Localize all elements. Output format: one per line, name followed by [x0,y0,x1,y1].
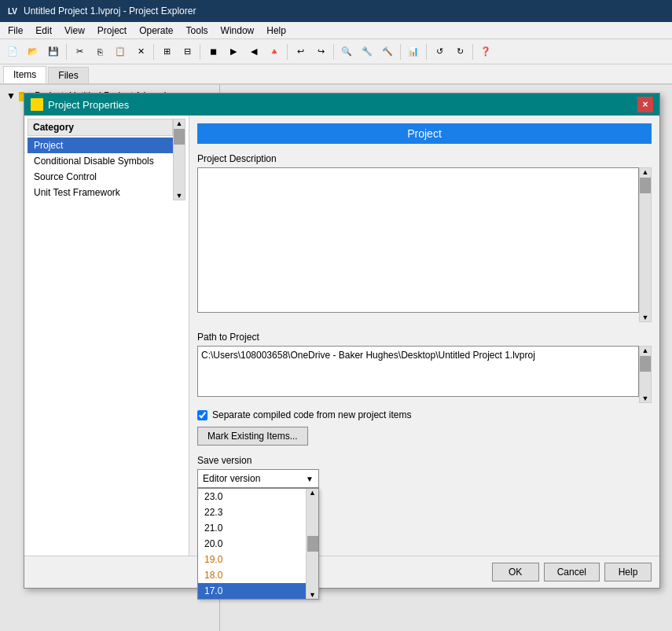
description-wrapper: ▲ ▼ [197,167,652,322]
toolbar: 📄 📂 💾 ✂ ⎘ 📋 ✕ ⊞ ⊟ ◼ ▶ ◀ 🔺 ↩ ↪ 🔍 🔧 🔨 📊 ↺ … [0,39,672,64]
toolbar-btn-5[interactable]: ⊞ [157,42,176,61]
checkbox-label: Separate compiled code from new project … [212,409,411,420]
menu-project[interactable]: Project [93,24,131,38]
path-display: C:\Users\108003658\OneDrive - Baker Hugh… [197,346,639,397]
toolbar-copy[interactable]: ⎘ [90,42,109,61]
svg-text:LV: LV [8,7,17,16]
menu-operate[interactable]: Operate [134,24,178,38]
toolbar-new[interactable]: 📄 [3,42,22,61]
category-header: Category [28,119,173,136]
content-section-header: Project [197,123,652,144]
menu-help[interactable]: Help [262,24,291,38]
dropdown-scrollbar[interactable]: ▲ ▼ [306,489,318,599]
menu-file[interactable]: File [3,24,28,38]
category-item-conditional[interactable]: Conditional Disable Symbols [28,153,173,169]
toolbar-sep-7 [426,44,427,60]
menu-edit[interactable]: Edit [31,24,57,38]
toolbar-btn-19[interactable]: ❓ [476,42,495,61]
toolbar-btn-16[interactable]: 📊 [404,42,423,61]
description-label: Project Description [197,153,652,164]
category-item-source[interactable]: Source Control [28,169,173,185]
toolbar-btn-12[interactable]: ↪ [311,42,330,61]
toolbar-btn-6[interactable]: ⊟ [178,42,196,61]
toolbar-delete[interactable]: ✕ [131,42,150,61]
path-scrollbar[interactable]: ▲ ▼ [639,346,652,403]
description-textarea[interactable] [197,167,639,313]
mark-existing-button[interactable]: Mark Existing Items... [197,427,308,446]
toolbar-sep-3 [200,44,200,60]
dialog-title-icon [31,98,43,111]
project-properties-dialog: Project Properties × Category Project Co… [24,93,660,589]
toolbar-cut[interactable]: ✂ [70,42,89,61]
app-icon: LV [6,5,19,17]
tab-bar: Items Files [0,64,672,85]
toolbar-sep-4 [287,44,288,60]
toolbar-btn-13[interactable]: 🔍 [337,42,356,61]
toolbar-open[interactable]: 📂 [24,42,42,61]
menu-bar: File Edit View Project Operate Tools Win… [0,22,672,39]
dropdown-item-22[interactable]: 22.3 [198,504,306,520]
content-panel: Project Project Description ▲ ▼ Path to … [189,116,659,556]
category-item-project[interactable]: Project [28,138,173,153]
category-scrollbar[interactable]: ▲ ▼ [173,119,185,200]
dialog-close-button[interactable]: × [637,97,653,112]
tab-files[interactable]: Files [48,67,88,83]
toolbar-sep-2 [153,44,154,60]
cancel-button[interactable]: Cancel [544,563,600,581]
toolbar-btn-9[interactable]: ◀ [244,42,263,61]
ok-button[interactable]: OK [492,563,539,581]
toolbar-sep-6 [400,44,401,60]
dropdown-list: 23.0 22.3 21.0 20.0 19.0 18.0 17.0 ▲ [197,488,319,600]
toolbar-btn-15[interactable]: 🔨 [378,42,397,61]
toolbar-btn-7[interactable]: ◼ [204,42,222,61]
toolbar-btn-17[interactable]: ↺ [430,42,449,61]
separate-code-checkbox[interactable] [197,410,207,420]
dialog-title-text: Project Properties [48,99,129,111]
menu-window[interactable]: Window [216,24,259,38]
main-area: ▼ Project: Untitled Project 1.lvproj Pro… [0,85,672,631]
toolbar-btn-8[interactable]: ▶ [224,42,243,61]
toolbar-btn-11[interactable]: ↩ [291,42,310,61]
save-version-label: Save version [197,455,652,466]
dropdown-item-17[interactable]: 17.0 [198,583,306,599]
description-scrollbar[interactable]: ▲ ▼ [639,167,652,322]
select-value: Editor version [203,473,260,484]
dropdown-item-18[interactable]: 18.0 [198,567,306,583]
menu-tools[interactable]: Tools [182,24,213,38]
dropdown-item-20[interactable]: 20.0 [198,536,306,552]
category-panel: Category Project Conditional Disable Sym… [24,116,189,556]
path-label: Path to Project [197,332,652,343]
checkbox-row: Separate compiled code from new project … [197,409,652,420]
toolbar-sep-8 [472,44,473,60]
dropdown-arrow-icon: ▼ [306,475,314,483]
toolbar-paste[interactable]: 📋 [111,42,130,61]
dropdown-item-21[interactable]: 21.0 [198,520,306,536]
dialog-body: Category Project Conditional Disable Sym… [24,116,659,556]
dialog-footer: OK Cancel Help [24,556,659,588]
title-bar: LV Untitled Project 1.lvproj - Project E… [0,0,672,22]
toolbar-save[interactable]: 💾 [44,42,63,61]
category-item-unittest[interactable]: Unit Test Framework [28,185,173,200]
window-title: Untitled Project 1.lvproj - Project Expl… [24,6,196,17]
help-button[interactable]: Help [604,563,652,581]
toolbar-btn-18[interactable]: ↻ [450,42,469,61]
tab-items[interactable]: Items [3,66,46,83]
select-display[interactable]: Editor version ▼ [197,469,319,488]
dropdown-item-23[interactable]: 23.0 [198,489,306,504]
menu-view[interactable]: View [60,24,90,38]
toolbar-sep-5 [333,44,334,60]
save-version-select: Editor version ▼ 23.0 22.3 21.0 20.0 19.… [197,469,319,488]
toolbar-sep-1 [66,44,67,60]
dropdown-item-19[interactable]: 19.0 [198,552,306,567]
dialog-titlebar: Project Properties × [24,94,659,116]
toolbar-btn-14[interactable]: 🔧 [358,42,376,61]
toolbar-btn-10[interactable]: 🔺 [265,42,284,61]
